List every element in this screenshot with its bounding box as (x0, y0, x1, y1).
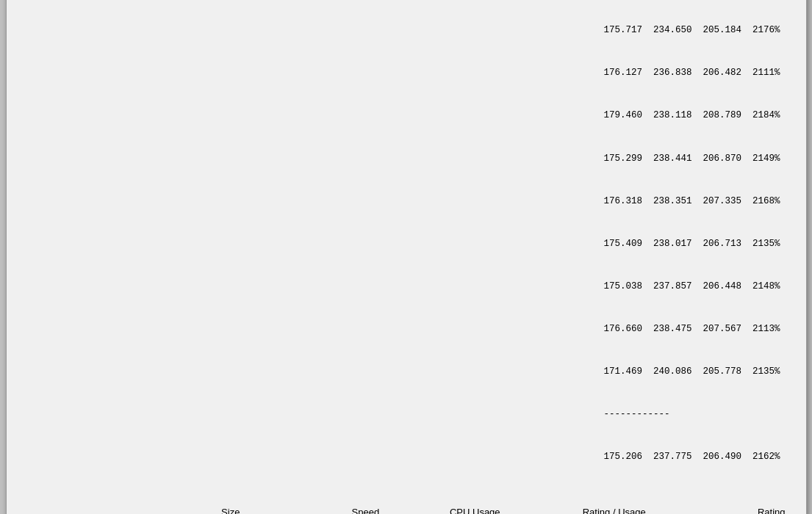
main-table-area: Size Speed CPU Usage Rating / Usage Rati… (21, 505, 791, 514)
stats-line-10: 175.299 238.441 206.870 2149% (603, 152, 791, 166)
stats-panel: 1T Frequency (MHz): 5429 5469 5448 5513 … (603, 0, 791, 493)
top-row: Dictionary size: 32 MB 1 MB2 MB4 MB 8 MB… (21, 0, 791, 493)
stats-line-12: 175.409 238.017 206.713 2135% (603, 237, 791, 251)
benchmark-window: Benchmark — ☐ ✕ Dictionary size: 32 MB 1… (6, 0, 807, 514)
main-content: Dictionary size: 32 MB 1 MB2 MB4 MB 8 MB… (7, 0, 806, 514)
stats-line-8: 176.127 236.838 206.482 2111% (603, 66, 791, 80)
stats-line-16: 175.206 237.775 206.490 2162% (603, 450, 791, 464)
col-header-cpu: CPU Usage (385, 505, 506, 514)
col-header-size: Size (138, 505, 245, 514)
stats-line-14: 176.660 238.475 207.567 2113% (603, 322, 791, 336)
stats-divider: ------------ (603, 408, 791, 421)
col-header-rating-usage: Rating / Usage (506, 505, 652, 514)
stats-line-13: 175.038 237.857 206.448 2148% (603, 280, 791, 294)
col-header-speed: Speed (245, 505, 385, 514)
stats-line-7: 175.717 234.650 205.184 2176% (603, 23, 791, 37)
table-header-row: Size Speed CPU Usage Rating / Usage Rati… (21, 505, 791, 514)
col-header-label (21, 505, 139, 514)
col-header-rating: Rating (652, 505, 791, 514)
stats-line-9: 179.460 238.118 208.789 2184% (603, 109, 791, 123)
benchmark-table: Size Speed CPU Usage Rating / Usage Rati… (21, 505, 791, 514)
stats-line-15: 171.469 240.086 205.778 2135% (603, 365, 791, 379)
stats-line-11: 176.318 238.351 207.335 2168% (603, 195, 791, 209)
